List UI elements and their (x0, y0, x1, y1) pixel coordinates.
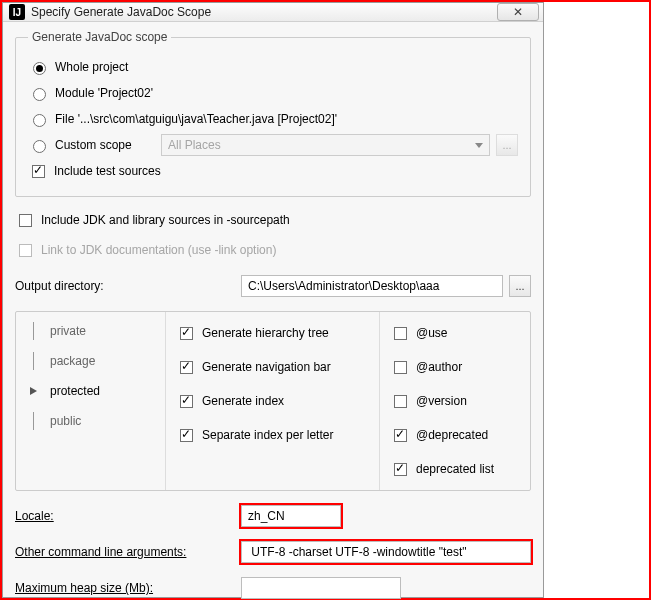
deprecated-list-checkbox[interactable] (394, 463, 407, 476)
options-panel: private package protected public Generat… (15, 311, 531, 491)
include-jdk-checkbox[interactable] (19, 214, 32, 227)
scope-fieldset: Generate JavaDoc scope Whole project Mod… (15, 30, 531, 197)
args-label: Other command line arguments: (15, 545, 235, 559)
use-checkbox[interactable] (394, 327, 407, 340)
locale-input[interactable] (241, 505, 341, 527)
locale-label: Locale: (15, 509, 235, 523)
args-input[interactable] (241, 541, 531, 563)
custom-scope-browse-button: ... (496, 134, 518, 156)
visibility-package: package (50, 354, 95, 368)
gen-navbar-label: Generate navigation bar (202, 360, 331, 374)
sep-index-checkbox[interactable] (180, 429, 193, 442)
close-button[interactable]: ✕ (497, 3, 539, 21)
link-jdk-label: Link to JDK documentation (use -link opt… (41, 243, 276, 257)
file-label: File '...\src\com\atguigu\java\Teacher.j… (55, 112, 337, 126)
version-label: @version (416, 394, 467, 408)
visibility-protected: protected (50, 384, 100, 398)
heap-input[interactable] (241, 577, 401, 599)
include-tests-label: Include test sources (54, 164, 161, 178)
visibility-arrow-icon (30, 387, 37, 395)
custom-scope-radio[interactable] (33, 140, 46, 153)
window-title: Specify Generate JavaDoc Scope (31, 5, 497, 19)
gen-hierarchy-label: Generate hierarchy tree (202, 326, 329, 340)
author-label: @author (416, 360, 462, 374)
link-jdk-checkbox (19, 244, 32, 257)
file-radio[interactable] (33, 114, 46, 127)
include-jdk-label: Include JDK and library sources in -sour… (41, 213, 290, 227)
visibility-slider[interactable]: private package protected public (16, 312, 166, 490)
whole-project-radio[interactable] (33, 62, 46, 75)
output-dir-browse-button[interactable]: ... (509, 275, 531, 297)
custom-scope-label: Custom scope (55, 138, 155, 152)
sep-index-label: Separate index per letter (202, 428, 333, 442)
gen-hierarchy-checkbox[interactable] (180, 327, 193, 340)
gen-index-label: Generate index (202, 394, 284, 408)
dialog-window: IJ Specify Generate JavaDoc Scope ✕ Gene… (2, 2, 544, 598)
visibility-private: private (50, 324, 86, 338)
visibility-public: public (50, 414, 81, 428)
deprecated-label: @deprecated (416, 428, 488, 442)
custom-scope-select: All Places (161, 134, 490, 156)
app-icon: IJ (9, 4, 25, 20)
scope-legend: Generate JavaDoc scope (28, 30, 171, 44)
use-label: @use (416, 326, 448, 340)
whole-project-label: Whole project (55, 60, 128, 74)
module-radio[interactable] (33, 88, 46, 101)
module-label: Module 'Project02' (55, 86, 153, 100)
titlebar: IJ Specify Generate JavaDoc Scope ✕ (3, 3, 543, 22)
output-dir-label: Output directory: (15, 279, 235, 293)
close-icon: ✕ (513, 5, 523, 19)
include-tests-checkbox[interactable] (32, 165, 45, 178)
deprecated-checkbox[interactable] (394, 429, 407, 442)
gen-navbar-checkbox[interactable] (180, 361, 193, 374)
author-checkbox[interactable] (394, 361, 407, 374)
deprecated-list-label: deprecated list (416, 462, 494, 476)
heap-label: Maximum heap size (Mb): (15, 581, 235, 595)
version-checkbox[interactable] (394, 395, 407, 408)
gen-index-checkbox[interactable] (180, 395, 193, 408)
output-dir-input[interactable] (241, 275, 503, 297)
